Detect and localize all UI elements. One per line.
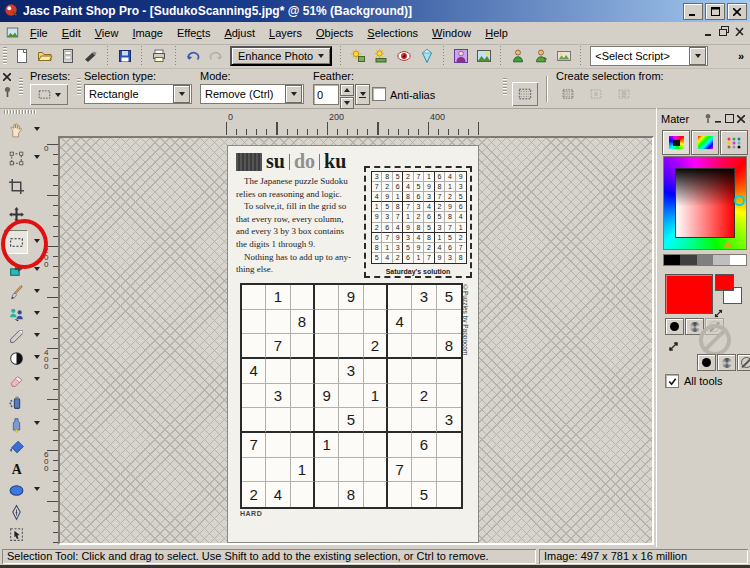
sun-auto-enhance-button[interactable] [369,45,392,67]
mdi-close-button[interactable] [735,26,744,38]
menu-effects[interactable]: Effects [170,24,217,42]
palette-maximize-icon[interactable] [725,113,734,125]
twain-acquire-button[interactable] [79,45,102,67]
palette-close-icon[interactable] [3,71,11,83]
green-person-2-button[interactable] [529,45,552,67]
tab-frame[interactable] [662,130,690,155]
mdi-restore-button[interactable] [719,26,729,38]
flyout-arrow-icon[interactable] [34,487,40,491]
menu-window[interactable]: Window [425,24,478,42]
undo-button[interactable] [181,45,204,67]
clone-brush-tool[interactable] [4,302,28,326]
print-button[interactable] [147,45,170,67]
picture-tube-tool[interactable] [4,412,28,436]
eraser-tool[interactable] [4,368,28,392]
toolbar-grip[interactable] [4,110,36,114]
red-eye-button[interactable] [392,45,415,67]
hue-marker[interactable] [734,195,745,206]
select-script-combo[interactable]: <Select Script> [590,46,708,66]
dodge-burn-tool[interactable] [4,346,28,370]
browse-button[interactable] [56,45,79,67]
palette-minimize-icon[interactable] [715,113,722,125]
flood-fill-tool[interactable] [4,434,28,458]
flyout-arrow-icon[interactable] [34,355,40,359]
paint-brush-tool[interactable] [4,280,28,304]
grayscale-swatch[interactable] [730,255,746,265]
pan-tool[interactable] [4,118,28,142]
preset-shape-tool[interactable] [4,478,28,502]
flyout-arrow-icon[interactable] [34,311,40,315]
spin-up-button[interactable] [340,84,354,96]
toolbar-overflow-chevron[interactable]: » [738,50,744,62]
minimize-button[interactable] [683,3,703,20]
antialias-checkbox[interactable] [372,87,386,101]
toolbar-grip[interactable] [3,47,7,65]
menu-help[interactable]: Help [478,24,515,42]
landscape-photo-button[interactable] [472,45,495,67]
menu-image[interactable]: Image [125,24,170,42]
scratch-remover-tool[interactable] [4,324,28,348]
mdi-minimize-button[interactable] [705,26,713,38]
menu-edit[interactable]: Edit [55,24,88,42]
airbrush-tool[interactable] [4,390,28,414]
color-picker-frame[interactable] [663,156,747,250]
bg-gradient-style-button[interactable] [717,354,736,371]
mode-combo[interactable]: Remove (Ctrl) [200,84,304,104]
foreground-material-swatch[interactable] [665,274,713,314]
combo-arrow-button[interactable] [689,47,706,65]
enhance-photo-button[interactable]: Enhance Photo [230,46,332,66]
flyout-arrow-icon[interactable] [34,127,40,131]
deform-tool[interactable] [4,146,28,170]
brightness-marker[interactable] [723,241,733,248]
custom-selection-button[interactable] [512,82,538,106]
grayscale-swatches[interactable] [663,254,747,266]
all-tools-checkbox[interactable] [665,374,679,388]
fg-color-style-button[interactable] [665,318,684,335]
menu-selections[interactable]: Selections [360,24,425,42]
create-from-merged-button[interactable] [556,84,580,104]
presets-button[interactable] [30,84,68,105]
close-button[interactable] [727,3,747,20]
menu-adjust[interactable]: Adjust [217,24,262,42]
toolbar-grip[interactable] [77,78,81,96]
toolbar-grip[interactable] [19,78,23,96]
create-from-mask-button[interactable] [612,84,636,104]
color-picker-inner[interactable] [675,168,735,238]
object-selector-tool[interactable] [4,522,28,546]
tab-swatches[interactable] [720,130,748,155]
framed-photo-button[interactable] [552,45,575,67]
feather-input[interactable]: 0 [313,84,339,105]
flyout-arrow-icon[interactable] [34,155,40,159]
menu-objects[interactable]: Objects [309,24,360,42]
grayscale-swatch[interactable] [697,255,713,265]
flyout-arrow-icon[interactable] [34,421,40,425]
palette-pin-icon[interactable] [704,113,712,126]
bg-color-style-button[interactable] [697,354,716,371]
flyout-arrow-icon[interactable] [34,267,40,271]
text-tool[interactable]: A [4,456,28,480]
menu-layers[interactable]: Layers [262,24,309,42]
flyout-arrow-icon[interactable] [34,377,40,381]
palette-pin-icon[interactable] [3,86,12,100]
create-from-layer-button[interactable] [584,84,608,104]
green-person-1-button[interactable] [506,45,529,67]
canvas-viewport[interactable]: sudoku The Japanese puzzle Sudokurelies … [58,136,654,545]
grayscale-swatch[interactable] [713,255,729,265]
background-color-chip[interactable] [715,274,734,291]
pen-tool[interactable] [4,500,28,524]
redo-button[interactable] [204,45,227,67]
toolbar-grip[interactable] [503,78,507,96]
title-bar[interactable]: Jasc Paint Shop Pro - [SudukoScanning5.j… [0,0,750,22]
swap-materials-icon[interactable] [667,340,680,355]
grayscale-swatch[interactable] [664,255,680,265]
slider-popup-button[interactable] [355,84,370,105]
save-button[interactable] [113,45,136,67]
maximize-button[interactable] [705,3,725,20]
purple-person-button[interactable] [449,45,472,67]
document-icon[interactable] [0,26,23,41]
bg-transparent-button[interactable] [737,354,750,371]
document-image[interactable]: sudoku The Japanese puzzle Sudokurelies … [228,146,478,542]
palette-close-icon[interactable] [737,113,745,125]
open-folder-button[interactable] [33,45,56,67]
tab-rainbow[interactable] [691,130,719,155]
